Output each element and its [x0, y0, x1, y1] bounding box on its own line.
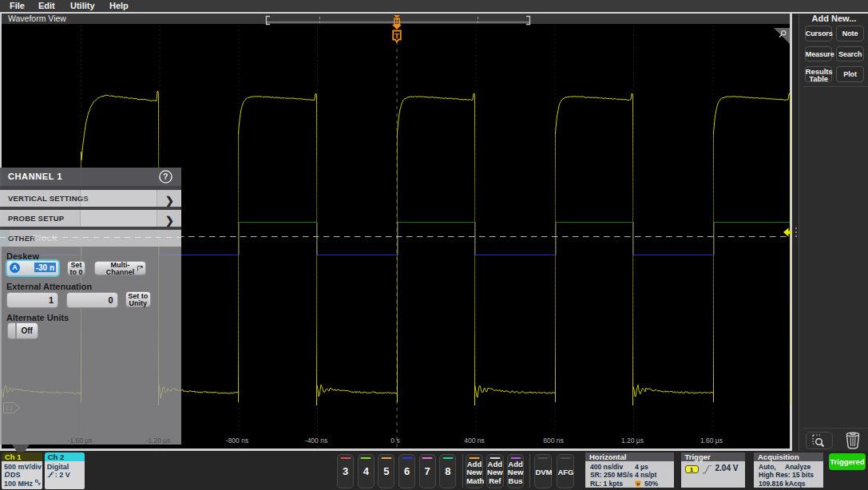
svg-text:T: T: [395, 18, 399, 24]
svg-text:u: u: [636, 481, 640, 486]
svg-text:T: T: [394, 31, 399, 40]
svg-text:?: ?: [163, 172, 168, 181]
